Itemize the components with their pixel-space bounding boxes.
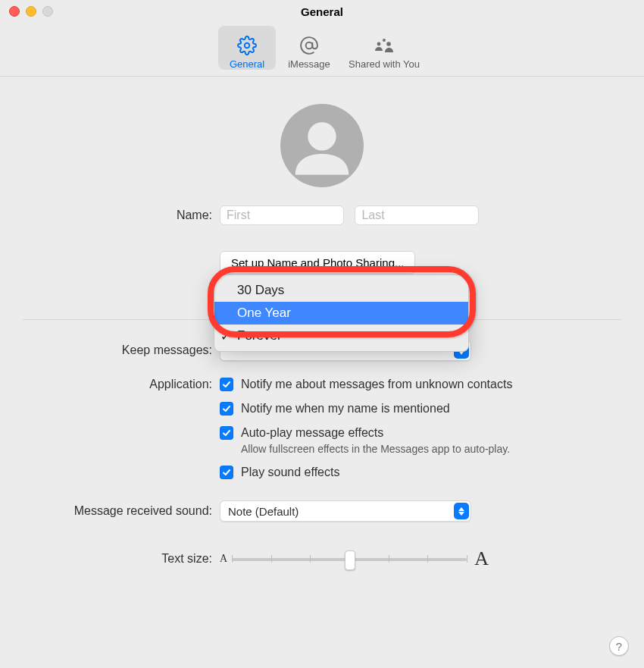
keep-messages-label: Keep messages: [0, 343, 220, 357]
application-label: Application: [0, 378, 220, 391]
play-sound-effects-label: Play sound effects [241, 466, 339, 479]
keep-messages-option-30-days[interactable]: 30 Days [214, 279, 468, 302]
message-received-sound-select[interactable]: Note (Default) [220, 500, 471, 522]
notify-unknown-label: Notify me about messages from unknown co… [241, 378, 512, 391]
svg-point-1 [306, 42, 313, 49]
message-received-sound-value: Note (Default) [220, 505, 454, 518]
preferences-window: General General iMessage Shared with You… [0, 0, 644, 668]
autoplay-effects-label: Auto-play message effects [241, 426, 383, 440]
name-label: Name: [0, 209, 220, 222]
avatar-placeholder-icon [280, 104, 364, 187]
at-sign-icon [299, 36, 319, 55]
select-arrows-icon [454, 503, 469, 519]
window-title: General [0, 5, 644, 18]
svg-point-6 [308, 122, 336, 150]
setup-name-photo-sharing-button[interactable]: Set up Name and Photo Sharing... [220, 251, 415, 274]
titlebar: General [0, 0, 644, 23]
first-name-field[interactable] [220, 205, 344, 225]
people-icon [374, 37, 395, 55]
text-size-label: Text size: [0, 552, 220, 566]
notify-mention-checkbox[interactable] [220, 402, 233, 416]
svg-point-2 [377, 42, 381, 46]
keep-messages-option-one-year[interactable]: One Year [214, 302, 468, 325]
tab-imessage-label: iMessage [288, 58, 330, 70]
svg-point-0 [245, 43, 250, 49]
general-pane: Name: Set up Name and Photo Sharing... K… [0, 77, 644, 570]
autoplay-effects-subtext: Allow fullscreen effects in the Messages… [241, 443, 510, 455]
text-size-small-icon: A [220, 553, 227, 565]
notify-mention-label: Notify me when my name is mentioned [241, 402, 450, 416]
gear-icon [237, 36, 257, 55]
svg-point-3 [383, 39, 386, 42]
checkmark-icon: ✓ [220, 329, 230, 343]
tab-general-label: General [230, 58, 264, 70]
preferences-toolbar: General iMessage Shared with You [0, 23, 644, 76]
tab-shared-label: Shared with You [349, 58, 420, 70]
help-icon: ? [616, 640, 622, 653]
svg-point-4 [386, 42, 391, 46]
notify-unknown-checkbox[interactable] [220, 378, 233, 391]
keep-messages-menu: 30 Days One Year ✓ Forever [214, 274, 469, 352]
slider-thumb[interactable] [345, 550, 355, 570]
tab-general[interactable]: General [218, 26, 276, 70]
text-size-slider[interactable] [232, 549, 467, 569]
keep-messages-option-forever[interactable]: ✓ Forever [214, 325, 468, 347]
autoplay-effects-checkbox[interactable] [220, 426, 233, 440]
message-received-sound-label: Message received sound: [0, 504, 220, 518]
avatar[interactable] [0, 104, 644, 187]
play-sound-effects-checkbox[interactable] [220, 466, 233, 479]
help-button[interactable]: ? [609, 636, 629, 656]
text-size-large-icon: A [474, 547, 489, 570]
last-name-field[interactable] [355, 205, 479, 225]
tab-shared-with-you[interactable]: Shared with You [342, 26, 426, 70]
setup-button-label: Set up Name and Photo Sharing... [231, 256, 404, 269]
tab-imessage[interactable]: iMessage [280, 26, 338, 70]
